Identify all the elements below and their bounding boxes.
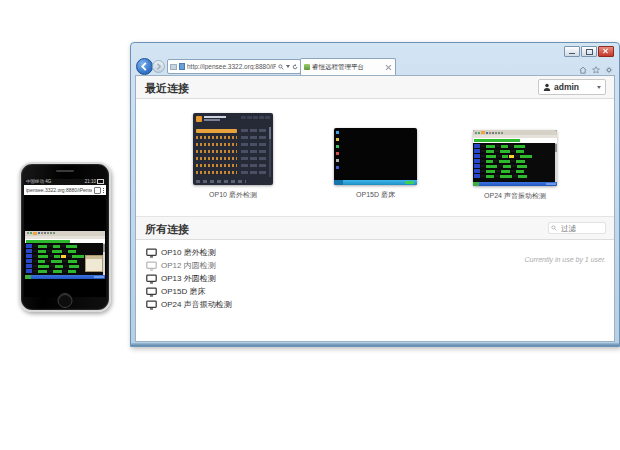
filter-box[interactable] (548, 222, 606, 234)
phone-home-button (58, 293, 73, 308)
connection-row-op12[interactable]: OP12 内圆检测 (146, 259, 232, 272)
screenshot-stage: 中国移动 4G 21:10 ipensee.3322.org:8880/iPen… (0, 0, 620, 450)
phone-url-bar: ipensee.3322.org:8880/iPenseeViewer (24, 185, 106, 195)
forward-arrow-icon (155, 63, 162, 70)
phone-carrier-label: 中国移动 4G (26, 179, 51, 185)
filter-search-icon (551, 225, 557, 231)
monitor-icon (146, 248, 157, 258)
browser-tab[interactable]: 睿恒远程管理平台 (300, 58, 396, 75)
recent-section-title: 最近连接 (145, 81, 189, 96)
user-menu-button[interactable]: admin (538, 79, 606, 95)
thumbnail-op10[interactable] (193, 113, 273, 185)
tab-close-icon[interactable] (385, 64, 392, 71)
compatibility-icon[interactable] (170, 64, 177, 70)
window-bottom-edge (131, 343, 619, 346)
all-section-title: 所有连接 (145, 222, 189, 237)
minimize-button[interactable] (564, 46, 580, 57)
user-menu-caret-icon (597, 86, 601, 89)
all-connections-header: 所有连接 (136, 216, 614, 240)
thumbnail-op15d[interactable] (334, 128, 417, 185)
recent-connection-op10[interactable]: OP10 磨外检测 (193, 113, 273, 200)
phone-url-text: ipensee.3322.org:8880/iPenseeViewer (26, 187, 92, 193)
phone-menu-icon (103, 188, 104, 193)
browser-window: 睿恒远程管理平台 最近连接 (130, 42, 620, 347)
forward-button[interactable] (152, 60, 165, 73)
recent-connection-op24[interactable]: OP24 声音振动检测 (473, 130, 557, 201)
close-button[interactable] (598, 46, 614, 57)
back-arrow-icon (140, 62, 149, 71)
battery-icon (97, 179, 104, 184)
url-input[interactable] (187, 63, 276, 70)
monitor-icon (146, 261, 157, 271)
refresh-icon[interactable] (292, 64, 298, 70)
thumbnail-caption: OP24 声音振动检测 (473, 191, 557, 201)
address-dropdown-icon[interactable] (286, 65, 290, 68)
tab-title: 睿恒远程管理平台 (312, 63, 383, 72)
monitor-icon (146, 274, 157, 284)
page-content: 最近连接 admin (135, 75, 615, 342)
thumbnail-op24[interactable] (473, 130, 557, 186)
address-bar[interactable] (167, 59, 301, 74)
thumbnail-caption: OP10 磨外检测 (193, 190, 273, 200)
monitor-icon (146, 287, 157, 297)
filter-input[interactable] (559, 223, 603, 234)
tab-favicon-icon (304, 64, 310, 70)
phone-speaker (56, 170, 74, 172)
connections-list: OP10 磨外检测 OP12 内圆检测 OP13 外圆检测 OP15D 磨床 O… (146, 246, 232, 311)
phone-tabs-icon (94, 187, 101, 194)
phone-remote-screenshot (25, 231, 105, 279)
in-use-note: Currently in use by 1 user. (525, 256, 606, 263)
thumbnail-caption: OP15D 磨床 (334, 190, 417, 200)
maximize-button[interactable] (581, 46, 597, 57)
connection-row-op15d[interactable]: OP15D 磨床 (146, 285, 232, 298)
phone-screen: 中国移动 4G 21:10 ipensee.3322.org:8880/iPen… (24, 179, 106, 297)
connection-row-op24[interactable]: OP24 声音振动检测 (146, 298, 232, 311)
connection-row-op13[interactable]: OP13 外圆检测 (146, 272, 232, 285)
recent-connection-op15d[interactable]: OP15D 磨床 (334, 128, 417, 200)
recent-connections-header: 最近连接 admin (136, 76, 614, 99)
search-icon[interactable] (278, 64, 284, 70)
connection-row-op10[interactable]: OP10 磨外检测 (146, 246, 232, 259)
page-icon (179, 63, 185, 70)
user-name-label: admin (554, 82, 594, 92)
browser-toolbar: 睿恒远程管理平台 (135, 58, 615, 74)
phone-time-label: 21:10 (85, 179, 104, 185)
app-logo-icon (196, 116, 202, 122)
smartphone: 中国移动 4G 21:10 ipensee.3322.org:8880/iPen… (19, 162, 111, 312)
back-button[interactable] (136, 58, 153, 75)
user-icon (543, 83, 551, 91)
monitor-icon (146, 300, 157, 310)
window-controls (564, 46, 614, 57)
